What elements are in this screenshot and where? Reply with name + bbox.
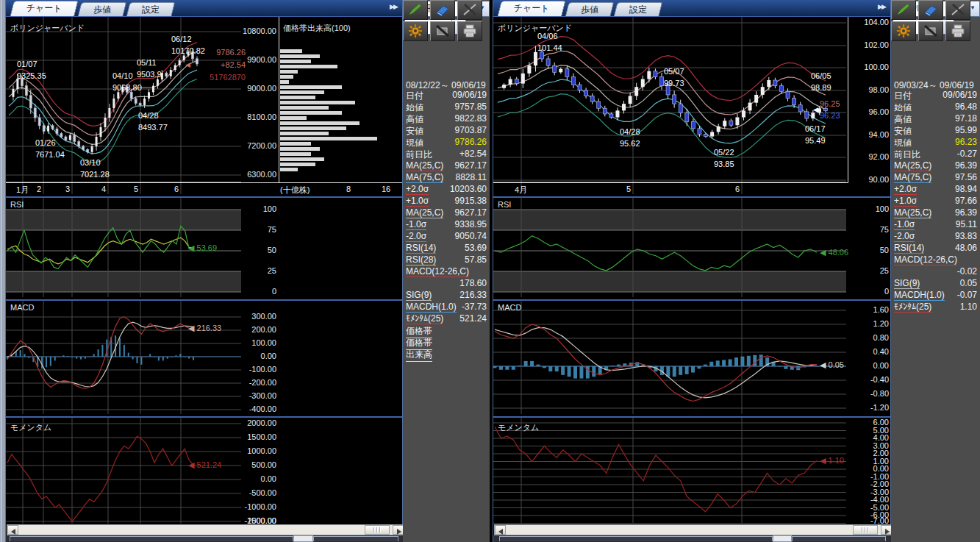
scroll-left-button[interactable] [7, 525, 18, 535]
indicator-row: 前日比-0.27 [891, 149, 980, 160]
tab-settings[interactable]: 設定 [126, 2, 176, 16]
eraser-button[interactable] [918, 0, 943, 20]
settings-button[interactable] [891, 21, 916, 41]
chart-panel: 104.00102.00100.0098.0096.0094.0092.0090… [493, 16, 890, 194]
indicator-link[interactable]: ﾓﾒﾝﾀﾑ(25) [406, 313, 443, 324]
indicator-row: MACD(12-26,C) [403, 266, 490, 277]
indicator-link[interactable]: -1.0σ [406, 219, 426, 230]
tool-grid [891, 0, 972, 43]
axis-tick: 98.00 [851, 85, 889, 94]
scroll-thumb[interactable] [365, 525, 390, 535]
field-value: 09/06/19 [943, 90, 977, 100]
chart-annotation: 05/0799.73 [664, 65, 684, 89]
scroll-right-button[interactable] [881, 525, 892, 535]
delete-drawing-button[interactable] [430, 21, 455, 41]
tab-chart[interactable]: チャート [10, 1, 78, 16]
axis-tick: -400.00 [240, 404, 276, 413]
x-axis-label: 3 [65, 185, 90, 193]
tab-settings[interactable]: 設定 [614, 2, 663, 16]
indicator-link[interactable]: +1.0σ [894, 196, 917, 207]
settings-button[interactable] [403, 21, 428, 41]
indicator-link[interactable]: MA(75,C) [406, 172, 443, 183]
field-value: 9627.17 [455, 160, 487, 171]
indicator-row: ﾓﾒﾝﾀﾑ(25)1.10 [891, 302, 980, 313]
indicator-link[interactable]: MACD(12-26,C) [894, 254, 957, 265]
indicator-link[interactable]: +2.0σ [894, 184, 917, 195]
indicator-link[interactable]: -1.0σ [894, 219, 915, 230]
expand-arrows-icon[interactable]: ▶▶ [390, 3, 397, 10]
eraser-button[interactable] [430, 0, 455, 20]
indicator-link[interactable]: 出来高 [406, 349, 432, 362]
scroll-left-button[interactable] [495, 525, 506, 535]
chart-panel: 10800.009900.009000.008100.007200.006300… [6, 16, 402, 194]
x-axis-label: 4 [101, 185, 126, 193]
draw-pencil-button[interactable] [891, 0, 916, 20]
expand-arrows-icon[interactable]: ▶▶ [878, 3, 885, 10]
delete-drawing-button[interactable] [918, 21, 943, 41]
x-axis-label: 6 [735, 185, 760, 193]
panel-title: MACD [10, 303, 34, 312]
chart-panel: 6.005.004.003.002.001.000.00-1.00-2.00-3… [493, 416, 890, 524]
indicator-link[interactable]: -2.0σ [406, 231, 426, 242]
tab-chart[interactable]: チャート [497, 1, 565, 16]
field-value: -0.07 [957, 290, 977, 300]
print-button[interactable] [457, 21, 482, 41]
scroll-thumb[interactable] [853, 525, 878, 535]
current-price-arrow-icon: ◀ [813, 106, 818, 113]
indicator-link[interactable]: RSI(14) [894, 243, 924, 254]
h-scrollbar[interactable] [7, 524, 403, 535]
indicator-link[interactable]: SIG(9) [894, 278, 920, 289]
axis-tick: 104.00 [851, 18, 889, 26]
indicator-link[interactable]: MACD(12-26,C) [406, 266, 469, 277]
draw-pencil-button[interactable] [403, 0, 428, 20]
indicator-link[interactable]: +1.0σ [406, 196, 429, 207]
field-value: 96.48 [955, 101, 977, 112]
indicator-link[interactable]: MA(75,C) [894, 172, 931, 183]
indicator-link[interactable]: RSI(28) [406, 254, 436, 265]
indicator-link[interactable]: +2.0σ [406, 184, 429, 195]
current-value-tag: 96.25 [820, 99, 840, 108]
scroll-right-button[interactable] [393, 525, 404, 535]
indicator-link[interactable]: MACDH(1.0) [406, 302, 457, 313]
indicator-link[interactable]: MACDH(1.0) [894, 290, 945, 301]
tab-quotes[interactable]: 歩値 [78, 2, 127, 16]
indicator-link[interactable]: SIG(9) [406, 290, 432, 301]
settings-icon [404, 24, 427, 38]
background-window-strip [6, 535, 404, 542]
current-value-tag: +82.54 [182, 60, 246, 69]
axis-tick: 0 [851, 287, 889, 296]
indicator-row: -2.0σ93.83 [891, 231, 980, 242]
delete-line-button[interactable] [945, 0, 970, 20]
settings-icon [892, 24, 915, 38]
indicator-row: 安値9703.87 [403, 125, 490, 136]
indicator-link[interactable]: RSI(14) [406, 243, 436, 254]
background-window-splitter[interactable] [293, 535, 313, 542]
indicator-link[interactable]: MA(25,C) [894, 160, 931, 171]
h-scrollbar[interactable] [494, 524, 891, 535]
chart-window-nikkei: チャート 歩値 設定 ▶▶ 10800.009900.009000.008100… [5, 0, 403, 542]
axis-tick: 96.00 [851, 107, 889, 116]
axis-tick: 300.00 [240, 312, 276, 321]
chart-annotation: 06/0598.89 [811, 70, 831, 93]
field-label: 高値 [406, 113, 423, 126]
print-button[interactable] [945, 21, 970, 41]
field-value: 97.18 [955, 113, 977, 124]
indicator-link[interactable]: ﾓﾒﾝﾀﾑ(25) [894, 302, 931, 313]
tab-quotes[interactable]: 歩値 [565, 2, 615, 16]
indicator-row: MACDH(1.0)-37.73 [403, 302, 490, 313]
field-value: 57.85 [465, 254, 487, 265]
background-window-splitter[interactable] [773, 535, 792, 542]
sidebar-usdjpy: 米ドル・円 ▼ 日足 ▼ 09/03/24～ 09/06/19 日付09/06/… [891, 0, 980, 542]
indicator-link[interactable]: MA(25,C) [894, 207, 931, 218]
field-value: 95.99 [955, 125, 977, 135]
indicator-row: SIG(9)216.33 [403, 290, 490, 301]
axis-tick: 1.60 [851, 305, 889, 314]
right-arrow-icon [397, 529, 401, 535]
indicator-link[interactable]: MA(25,C) [406, 160, 443, 171]
chart-canvas [493, 418, 846, 524]
tool-grid [403, 0, 484, 43]
axis-tick: 50 [240, 246, 276, 254]
indicator-link[interactable]: MA(25,C) [406, 207, 443, 218]
delete-line-button[interactable] [457, 0, 482, 20]
indicator-link[interactable]: -2.0σ [894, 231, 915, 242]
